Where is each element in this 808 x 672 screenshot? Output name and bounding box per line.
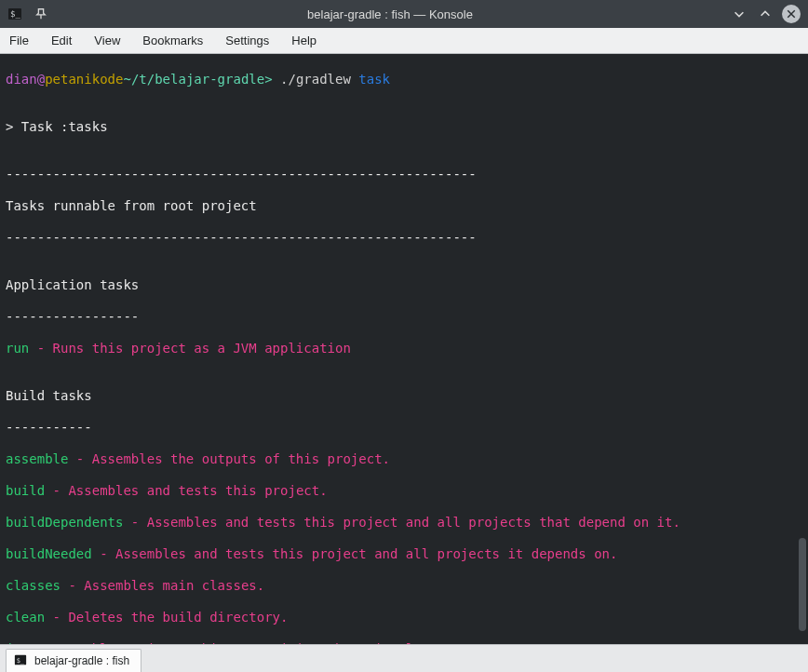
- command-text: ./gradlew: [273, 72, 359, 87]
- svg-text:$_: $_: [10, 9, 20, 19]
- menu-help[interactable]: Help: [291, 34, 316, 47]
- tab-label: belajar-gradle : fish: [34, 654, 129, 667]
- pin-icon[interactable]: [32, 5, 50, 23]
- menu-bar: File Edit View Bookmarks Settings Help: [0, 28, 808, 54]
- app-icon: $_: [7, 7, 22, 21]
- window-title: belajar-gradle : fish — Konsole: [50, 7, 730, 21]
- scrollbar-thumb[interactable]: [799, 538, 806, 631]
- close-button[interactable]: [782, 5, 801, 23]
- prompt-user: dian: [6, 72, 37, 87]
- menu-view[interactable]: View: [94, 34, 120, 47]
- terminal-icon: $_: [14, 653, 27, 669]
- tab-bar: $_ belajar-gradle : fish: [0, 644, 808, 672]
- menu-file[interactable]: File: [9, 34, 29, 47]
- menu-bookmarks[interactable]: Bookmarks: [142, 34, 203, 47]
- window-titlebar: $_ belajar-gradle : fish — Konsole: [0, 0, 808, 28]
- tab-terminal[interactable]: $_ belajar-gradle : fish: [6, 649, 141, 672]
- svg-text:$_: $_: [17, 656, 25, 664]
- prompt-host: petanikode: [45, 72, 123, 87]
- output-line: > Task :tasks: [6, 119, 802, 135]
- menu-settings[interactable]: Settings: [225, 34, 269, 47]
- prompt-path: ~/t/belajar-gradle: [123, 72, 264, 87]
- terminal-viewport[interactable]: dian@petanikode~/t/belajar-gradle> ./gra…: [0, 54, 808, 644]
- menu-edit[interactable]: Edit: [51, 34, 72, 47]
- maximize-button[interactable]: [756, 5, 774, 23]
- minimize-button[interactable]: [730, 5, 748, 23]
- prompt-line: dian@petanikode~/t/belajar-gradle> ./gra…: [6, 72, 802, 87]
